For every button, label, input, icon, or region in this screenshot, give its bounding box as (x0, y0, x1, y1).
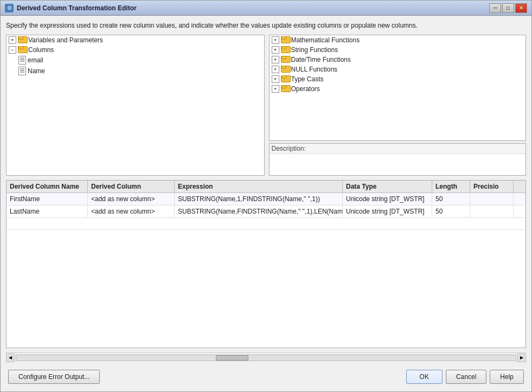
expand-columns[interactable]: − (9, 46, 16, 54)
cell-firstname-dtype: Unicode string [DT_WSTR] (343, 193, 432, 205)
doc-icon-email (18, 56, 26, 65)
btn-group-right: OK Cancel Help (406, 370, 524, 384)
expand-type[interactable]: + (272, 75, 279, 83)
grid-col-length: Length (432, 181, 470, 192)
grid-col-name: Derived Column Name (7, 181, 88, 192)
empty-row[interactable] (7, 218, 525, 230)
folder-icon-columns (18, 46, 27, 53)
tree-item-variables[interactable]: + Variables and Parameters (7, 35, 264, 45)
ok-button[interactable]: OK (406, 370, 443, 384)
tree-item-datetime[interactable]: + Date/Time Functions (270, 55, 526, 65)
tree-item-name[interactable]: Name (16, 66, 264, 76)
table-row[interactable]: LastName <add as new column> SUBSTRING(N… (7, 205, 525, 218)
folder-icon-null (281, 66, 290, 73)
panels-row: + Variables and Parameters − Columns ema… (6, 35, 526, 176)
title-bar-left: ⚙ Derived Column Transformation Editor (5, 4, 137, 12)
folder-icon-operators (281, 85, 290, 92)
cell-firstname-length: 50 (432, 193, 470, 205)
tree-label-type: Type Casts (291, 75, 324, 83)
grid-col-precision: Precisio (470, 181, 514, 192)
maximize-button[interactable]: □ (502, 3, 514, 13)
tree-label-string: String Functions (291, 46, 338, 54)
tree-label-math: Mathematical Functions (291, 36, 360, 44)
expand-math[interactable]: + (272, 36, 279, 44)
description-label: Description: (270, 144, 526, 154)
doc-icon-name (18, 67, 26, 75)
grid-body: FirstName <add as new column> SUBSTRING(… (7, 193, 525, 348)
tree-item-string[interactable]: + String Functions (270, 45, 526, 55)
tree-label-email: email (28, 56, 43, 64)
columns-children: email Name (7, 55, 264, 76)
tree-item-columns[interactable]: − Columns (7, 45, 264, 55)
expand-datetime[interactable]: + (272, 56, 279, 63)
horizontal-scrollbar[interactable]: ◀ ▶ (6, 352, 526, 362)
scroll-left-btn[interactable]: ◀ (6, 354, 15, 362)
description-panel: Description: (269, 143, 527, 176)
main-content: Specify the expressions used to create n… (1, 16, 531, 391)
tree-label-datetime: Date/Time Functions (291, 56, 351, 63)
tree-item-math[interactable]: + Mathematical Functions (270, 35, 526, 45)
minimize-button[interactable]: ─ (489, 3, 501, 13)
folder-icon-type (281, 75, 290, 82)
grid-col-expr: Expression (175, 181, 343, 192)
tree-label-null: NULL Functions (291, 66, 338, 73)
scroll-track[interactable] (16, 355, 516, 361)
tree-label-columns: Columns (28, 46, 54, 54)
cell-firstname-name: FirstName (7, 193, 88, 205)
tree-label-variables: Variables and Parameters (28, 36, 103, 44)
tree-item-type[interactable]: + Type Casts (270, 74, 526, 84)
folder-icon-math (281, 36, 290, 43)
cell-lastname-precision (470, 205, 514, 217)
main-window: ⚙ Derived Column Transformation Editor ─… (0, 0, 532, 392)
bottom-buttons: Configure Error Output... OK Cancel Help (6, 367, 526, 386)
expand-operators[interactable]: + (272, 85, 279, 93)
expand-null[interactable]: + (272, 66, 279, 73)
description-value (270, 154, 526, 158)
configure-error-button[interactable]: Configure Error Output... (8, 370, 100, 384)
tree-item-email[interactable]: email (16, 55, 264, 66)
cell-lastname-length: 50 (432, 205, 470, 217)
grid-col-dtype: Data Type (343, 181, 432, 192)
tree-item-null[interactable]: + NULL Functions (270, 65, 526, 74)
left-panel: + Variables and Parameters − Columns ema… (6, 35, 265, 176)
grid-section: Derived Column Name Derived Column Expre… (6, 180, 526, 348)
grid-col-derived: Derived Column (88, 181, 175, 192)
description-text: Specify the expressions used to create n… (6, 21, 526, 30)
tree-label-name: Name (28, 67, 45, 75)
title-bar-buttons: ─ □ ✕ (489, 3, 527, 13)
window-title: Derived Column Transformation Editor (17, 4, 137, 12)
scroll-right-btn[interactable]: ▶ (517, 354, 526, 362)
title-bar: ⚙ Derived Column Transformation Editor ─… (1, 1, 531, 16)
grid-header: Derived Column Name Derived Column Expre… (7, 181, 525, 193)
right-panels: + Mathematical Functions + String Functi… (269, 35, 527, 176)
table-row[interactable]: FirstName <add as new column> SUBSTRING(… (7, 193, 525, 205)
folder-icon-string (281, 46, 290, 53)
cell-firstname-expr: SUBSTRING(Name,1,FINDSTRING(Name," ",1)) (175, 193, 343, 205)
cancel-button[interactable]: Cancel (446, 370, 486, 384)
close-button[interactable]: ✕ (515, 3, 527, 13)
expand-variables[interactable]: + (9, 36, 16, 44)
right-panel-top: + Mathematical Functions + String Functi… (269, 35, 527, 141)
tree-label-operators: Operators (291, 85, 320, 93)
cell-lastname-name: LastName (7, 205, 88, 217)
cell-firstname-precision (470, 193, 514, 205)
folder-icon-variables (18, 36, 27, 43)
window-icon: ⚙ (5, 4, 14, 12)
cell-lastname-expr: SUBSTRING(Name,FINDSTRING(Name," ",1),LE… (175, 205, 343, 217)
tree-item-operators[interactable]: + Operators (270, 84, 526, 94)
folder-icon-datetime (281, 56, 290, 63)
cell-lastname-dtype: Unicode string [DT_WSTR] (343, 205, 432, 217)
help-button[interactable]: Help (490, 370, 524, 384)
expand-string[interactable]: + (272, 46, 279, 54)
scroll-thumb[interactable] (216, 355, 248, 361)
cell-firstname-derived: <add as new column> (88, 193, 175, 205)
cell-lastname-derived: <add as new column> (88, 205, 175, 217)
